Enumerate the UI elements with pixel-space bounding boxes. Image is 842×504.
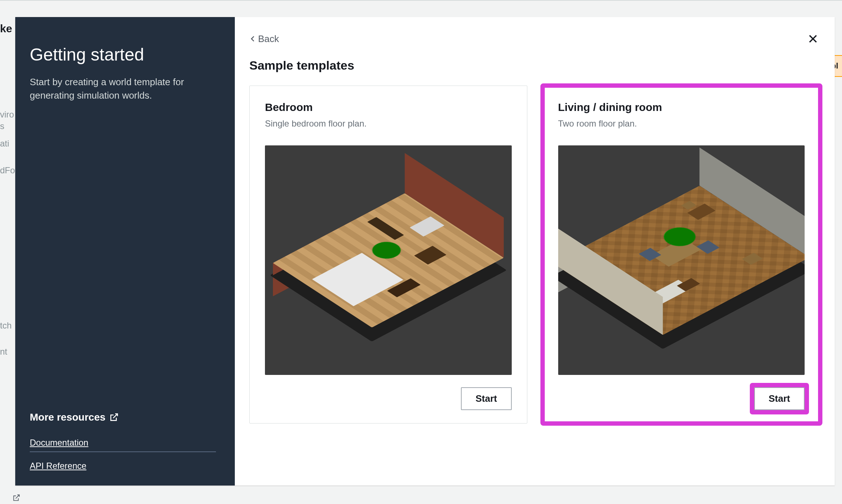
template-preview-bedroom: [265, 145, 512, 375]
chevron-left-icon: [249, 34, 257, 44]
template-card-living-dining[interactable]: Living / dining room Two room floor plan…: [543, 86, 821, 424]
more-resources-label: More resources: [30, 412, 106, 423]
template-title: Bedroom: [265, 101, 512, 113]
modal-content: Back Sample templates Bedroom Single bed…: [235, 17, 835, 486]
template-card-list: Bedroom Single bedroom floor plan.: [249, 86, 820, 424]
getting-started-modal: Getting started Start by creating a worl…: [15, 17, 835, 486]
sidebar-title: Getting started: [30, 44, 216, 65]
bg-text-fragment: ke: [0, 22, 12, 35]
back-button[interactable]: Back: [249, 33, 279, 45]
template-title: Living / dining room: [558, 101, 805, 113]
template-card-bedroom[interactable]: Bedroom Single bedroom floor plan.: [249, 86, 527, 424]
start-button[interactable]: Start: [461, 387, 511, 410]
bg-text-fragment: tch: [0, 321, 12, 331]
bg-text-fragment: dFo: [0, 165, 15, 175]
template-preview-living-dining: [558, 145, 805, 375]
modal-sidebar: Getting started Start by creating a worl…: [15, 17, 235, 486]
template-description: Two room floor plan.: [558, 119, 805, 129]
close-icon: [807, 33, 819, 45]
section-title: Sample templates: [249, 58, 820, 73]
divider: [30, 451, 216, 452]
bg-text-fragment: viro: [0, 110, 14, 120]
bg-text-fragment: nt: [0, 347, 7, 357]
template-description: Single bedroom floor plan.: [265, 119, 512, 129]
more-resources-heading: More resources: [30, 412, 216, 423]
sidebar-link-documentation[interactable]: Documentation: [30, 430, 216, 448]
bg-text-fragment: ati: [0, 139, 9, 149]
bg-text-fragment: s: [0, 121, 4, 131]
start-button[interactable]: Start: [754, 387, 805, 410]
external-link-icon: [109, 413, 119, 422]
external-link-icon: [12, 494, 20, 502]
back-label: Back: [258, 33, 279, 45]
sidebar-subtitle: Start by creating a world template for g…: [30, 75, 216, 103]
sidebar-link-api-reference[interactable]: API Reference: [30, 461, 216, 471]
close-button[interactable]: [806, 32, 820, 46]
